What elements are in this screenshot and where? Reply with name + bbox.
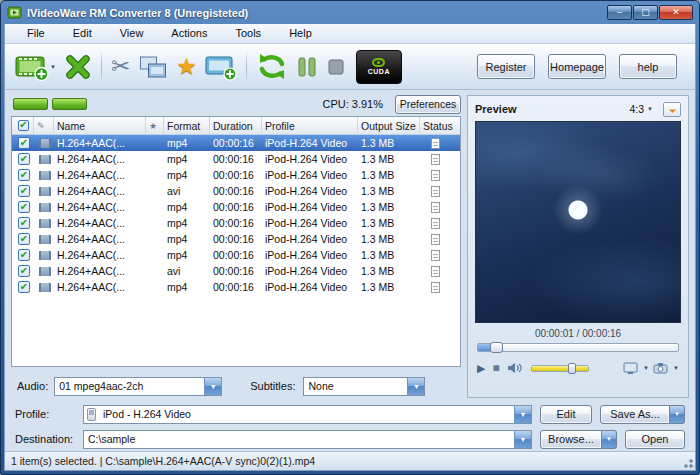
- dropdown-icon[interactable]: ▼: [514, 406, 531, 423]
- edit-video-button[interactable]: [134, 47, 172, 87]
- preferences-button[interactable]: Preferences: [395, 95, 461, 114]
- table-row[interactable]: ✔ H.264+AAC(... avi 00:00:16 iPod-H.264 …: [12, 263, 460, 279]
- destination-input[interactable]: C:\sample ▼: [83, 430, 532, 449]
- stop-playback-button[interactable]: ■: [492, 362, 499, 374]
- row-checkbox[interactable]: ✔: [18, 233, 30, 245]
- header-edit-col[interactable]: ✎: [34, 117, 54, 134]
- file-format: mp4: [164, 231, 210, 247]
- stop-button[interactable]: [322, 47, 350, 87]
- save-as-button[interactable]: Save As...: [600, 405, 670, 424]
- dropdown-icon[interactable]: ▼: [407, 378, 424, 395]
- homepage-button[interactable]: Homepage: [548, 54, 606, 79]
- cut-button[interactable]: ✂: [107, 47, 134, 87]
- browse-dropdown-icon[interactable]: ▼: [602, 430, 617, 449]
- menu-view[interactable]: View: [106, 25, 158, 42]
- menu-edit[interactable]: Edit: [59, 25, 106, 42]
- open-button[interactable]: Open: [625, 430, 685, 449]
- convert-button[interactable]: [252, 47, 292, 87]
- play-button[interactable]: ▶: [477, 363, 485, 374]
- select-all-checkbox[interactable]: ✔: [18, 120, 29, 131]
- display-mode-icon[interactable]: [623, 362, 638, 375]
- popout-preview-button[interactable]: [663, 102, 681, 117]
- register-button[interactable]: Register: [477, 54, 535, 79]
- remove-button[interactable]: [60, 47, 96, 87]
- header-name[interactable]: Name: [54, 117, 146, 134]
- dropdown-icon[interactable]: ▼: [643, 365, 649, 371]
- table-row[interactable]: ✔ H.264+AAC(... mp4 00:00:16 iPod-H.264 …: [12, 151, 460, 167]
- menu-help[interactable]: Help: [275, 25, 326, 42]
- row-checkbox-cell: ✔: [12, 215, 34, 231]
- app-icon: [7, 5, 22, 20]
- row-checkbox[interactable]: ✔: [18, 185, 30, 197]
- edit-profile-button[interactable]: Edit: [540, 405, 592, 424]
- file-table-body: ✔ H.264+AAC(... mp4 00:00:16 iPod-H.264 …: [12, 135, 460, 295]
- aspect-ratio-select[interactable]: 4:3 ▼: [629, 103, 653, 115]
- save-as-dropdown-icon[interactable]: ▼: [670, 405, 685, 424]
- profile-select[interactable]: iPod - H.264 Video ▼: [83, 405, 532, 424]
- add-clip-button[interactable]: [201, 47, 241, 87]
- seek-thumb[interactable]: [490, 342, 503, 353]
- table-row[interactable]: ✔ H.264+AAC(... mp4 00:00:16 iPod-H.264 …: [12, 279, 460, 295]
- media-type-icon: [39, 251, 51, 260]
- speaker-icon[interactable]: [507, 362, 522, 374]
- menu-file[interactable]: File: [13, 25, 59, 42]
- dropdown-icon[interactable]: ▼: [204, 378, 221, 395]
- table-row[interactable]: ✔ H.264+AAC(... mp4 00:00:16 iPod-H.264 …: [12, 135, 460, 151]
- row-checkbox[interactable]: ✔: [18, 217, 30, 229]
- row-checkbox[interactable]: ✔: [18, 153, 30, 165]
- dropdown-icon[interactable]: ▼: [514, 431, 531, 448]
- table-row[interactable]: ✔ H.264+AAC(... mp4 00:00:16 iPod-H.264 …: [12, 167, 460, 183]
- header-rating[interactable]: ★: [146, 117, 164, 134]
- header-status[interactable]: Status: [420, 117, 460, 134]
- volume-thumb[interactable]: [568, 363, 576, 374]
- snapshot-camera-icon[interactable]: [653, 362, 668, 374]
- header-profile[interactable]: Profile: [262, 117, 358, 134]
- help-button[interactable]: help: [619, 54, 677, 79]
- audio-select[interactable]: 01 mpeg4aac-2ch ▼: [54, 377, 222, 396]
- file-duration: 00:00:16: [210, 231, 262, 247]
- header-output-size[interactable]: Output Size: [358, 117, 420, 134]
- rating-cell: [146, 151, 164, 167]
- menu-actions[interactable]: Actions: [157, 25, 221, 42]
- browse-button[interactable]: Browse...: [540, 430, 602, 449]
- table-row[interactable]: ✔ H.264+AAC(... mp4 00:00:16 iPod-H.264 …: [12, 231, 460, 247]
- add-video-dropdown-icon[interactable]: ▼: [50, 64, 56, 70]
- pause-button[interactable]: [292, 47, 322, 87]
- minimize-icon[interactable]: –: [607, 5, 632, 20]
- row-checkbox[interactable]: ✔: [18, 249, 30, 261]
- nvidia-logo-icon: [372, 58, 385, 67]
- table-row[interactable]: ✔ H.264+AAC(... mp4 00:00:16 iPod-H.264 …: [12, 199, 460, 215]
- volume-slider[interactable]: [531, 365, 589, 372]
- header-format[interactable]: Format: [164, 117, 210, 134]
- table-row[interactable]: ✔ H.264+AAC(... mp4 00:00:16 iPod-H.264 …: [12, 247, 460, 263]
- resize-grip[interactable]: [682, 457, 693, 468]
- header-duration[interactable]: Duration: [210, 117, 262, 134]
- dropdown-icon[interactable]: ▼: [673, 365, 679, 371]
- row-checkbox[interactable]: ✔: [18, 137, 30, 149]
- table-row[interactable]: ✔ H.264+AAC(... avi 00:00:16 iPod-H.264 …: [12, 183, 460, 199]
- audio-label: Audio:: [17, 380, 48, 392]
- row-checkbox[interactable]: ✔: [18, 201, 30, 213]
- file-status-cell: [420, 231, 460, 247]
- file-name: H.264+AAC(...: [54, 199, 146, 215]
- close-icon[interactable]: ✕: [659, 5, 693, 20]
- row-checkbox[interactable]: ✔: [18, 169, 30, 181]
- table-row[interactable]: ✔ H.264+AAC(... mp4 00:00:16 iPod-H.264 …: [12, 215, 460, 231]
- add-video-icon: [15, 52, 49, 82]
- check-icon: ✔: [20, 186, 28, 196]
- file-format: avi: [164, 183, 210, 199]
- add-video-button[interactable]: ▼: [11, 47, 60, 87]
- effects-button[interactable]: ★: [172, 47, 201, 87]
- row-checkbox[interactable]: ✔: [18, 281, 30, 293]
- row-checkbox[interactable]: ✔: [18, 265, 30, 277]
- video-preview[interactable]: [475, 121, 681, 323]
- maximize-icon[interactable]: ▢: [633, 5, 658, 20]
- seek-slider[interactable]: [477, 343, 679, 352]
- file-output-size: 1.3 MB: [358, 151, 420, 167]
- check-icon: ✔: [20, 170, 28, 180]
- row-type-cell: [34, 279, 54, 295]
- file-duration: 00:00:16: [210, 263, 262, 279]
- menu-tools[interactable]: Tools: [221, 25, 275, 42]
- header-checkbox-col[interactable]: ✔: [12, 117, 34, 134]
- subtitles-select[interactable]: None ▼: [303, 377, 425, 396]
